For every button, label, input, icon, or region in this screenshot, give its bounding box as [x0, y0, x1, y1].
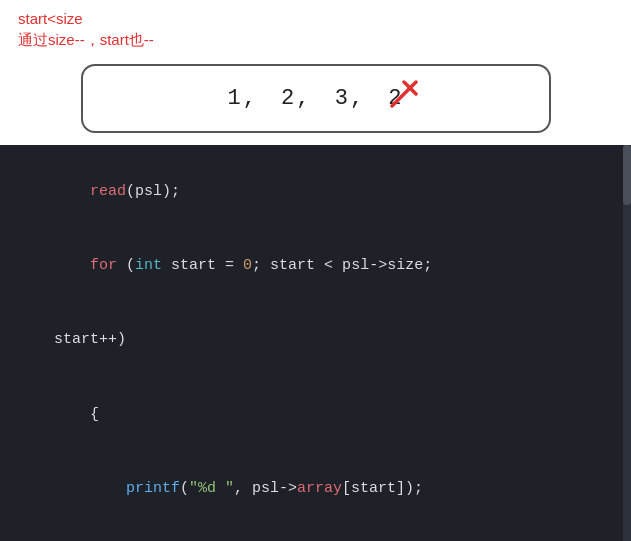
array-item-crossed: 2 — [388, 86, 403, 111]
code-for-condition: ; start < psl->size; — [252, 257, 432, 274]
code-keyword-for: for — [90, 257, 117, 274]
code-line-printf1: printf("%d ", psl->array[start]); — [18, 452, 613, 526]
array-item-sep2 — [316, 86, 331, 111]
array-item-sep3 — [369, 86, 384, 111]
line-start-size: start<size — [18, 10, 613, 27]
code-printf1-index: [start]); — [342, 480, 423, 497]
code-token-read: read — [54, 183, 126, 200]
code-for-paren-open: ( — [117, 257, 135, 274]
red-cross-icon — [390, 80, 418, 108]
code-literal-zero: 0 — [243, 257, 252, 274]
code-line-for: for (int start = 0; start < psl->size; — [18, 229, 613, 303]
top-section: start<size 通过size--，start也-- 1, 2, 3, 2 — [0, 0, 631, 145]
code-line-read: read(psl); — [18, 155, 613, 229]
code-printf1-paren: ( — [180, 480, 189, 497]
array-item-sep1 — [262, 86, 277, 111]
code-line-close-brace: } — [18, 526, 613, 541]
code-for-start-decl: start = — [162, 257, 243, 274]
code-section: read(psl); for (int start = 0; start < p… — [0, 145, 631, 541]
svg-line-0 — [392, 82, 416, 106]
array-box: 1, 2, 3, 2 — [81, 64, 551, 133]
code-type-int: int — [135, 257, 162, 274]
scrollbar[interactable] — [623, 145, 631, 541]
code-string-format: "%d " — [189, 480, 234, 497]
code-indent-for — [54, 257, 90, 274]
array-item-2: 2, — [281, 86, 311, 111]
line-through-size: 通过size--，start也-- — [18, 31, 613, 50]
array-item-3: 3, — [335, 86, 365, 111]
code-token-array: array — [297, 480, 342, 497]
array-item-1: 1, — [227, 86, 257, 111]
code-printf1-comma: , psl-> — [234, 480, 297, 497]
code-indent-printf1 — [54, 480, 126, 497]
code-line-startpp: start++) — [18, 304, 613, 378]
array-content: 1, 2, 3, 2 — [227, 86, 403, 111]
code-token-open-brace: { — [54, 406, 99, 423]
code-func-printf1: printf — [126, 480, 180, 497]
code-token-psl-call: (psl); — [126, 183, 180, 200]
code-line-open-brace: { — [18, 378, 613, 452]
code-token-startpp: start++) — [54, 331, 126, 348]
scrollbar-thumb[interactable] — [623, 145, 631, 205]
